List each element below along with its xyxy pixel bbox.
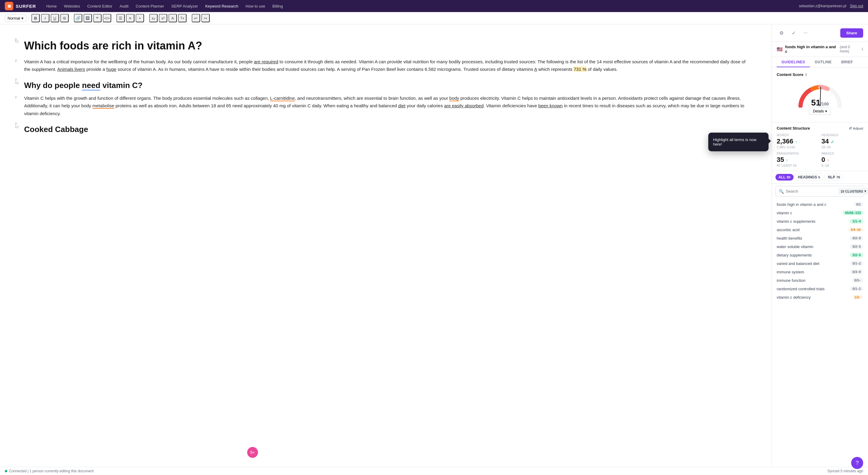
- keyword-info-icon[interactable]: ℹ: [862, 47, 863, 51]
- keyword-badge: 0/1–2: [850, 261, 863, 266]
- superscript-button[interactable]: x²: [159, 14, 167, 22]
- check-icon-button[interactable]: ✓: [789, 28, 798, 38]
- list-item[interactable]: water soluble vitamin0/2–5: [775, 242, 864, 251]
- struct-paragraphs: PARAGRAPHS 35 ↑ AT LEAST 50: [777, 152, 818, 167]
- main-content: p h1 Which foods are rich in vitamin A? …: [0, 24, 868, 467]
- undo-button[interactable]: ↩: [192, 14, 200, 22]
- more-options-button[interactable]: ···: [801, 28, 810, 38]
- headings-check-icon: ✓: [831, 139, 834, 145]
- help-button[interactable]: ?: [851, 457, 863, 469]
- struct-headings-value: 34 ✓: [822, 137, 864, 145]
- paragraph-block-1: p Vitamin A has a critical importance fo…: [24, 58, 747, 73]
- clear-format-button[interactable]: Tx: [178, 14, 187, 22]
- keyword-badge: 0/1: [854, 202, 863, 207]
- list-item[interactable]: vitamin c65/56–133: [775, 209, 864, 217]
- nav-link-keyword-research[interactable]: Keyword Research: [202, 2, 241, 10]
- unordered-list-button[interactable]: •: [135, 14, 144, 22]
- list-item[interactable]: vitamin c supplements1/1–4: [775, 217, 864, 225]
- link-need: need: [82, 81, 100, 90]
- strikethrough-button[interactable]: S: [60, 14, 69, 22]
- list-item[interactable]: health benefits0/2–9: [775, 234, 864, 242]
- h2-heading-2[interactable]: Cooked Cabbage: [24, 124, 747, 135]
- nav-link-billing[interactable]: Billing: [270, 2, 286, 10]
- underline-button[interactable]: U: [51, 14, 59, 22]
- list-item[interactable]: ascorbic acid3/4–10: [775, 225, 864, 234]
- paragraph-2[interactable]: Vitamin C helps with the growth and func…: [24, 94, 747, 118]
- gauge-wrap: 51/100: [796, 81, 844, 107]
- tab-all-button[interactable]: ALL 80: [775, 174, 794, 181]
- adjust-button[interactable]: ⇄ Adjust: [849, 126, 863, 130]
- signout-link[interactable]: Sign out: [850, 4, 863, 8]
- format-a-button[interactable]: A: [168, 14, 177, 22]
- tab-brief[interactable]: BRIEF: [837, 57, 858, 67]
- redo-button[interactable]: ↪: [201, 14, 210, 22]
- subscript-button[interactable]: x₂: [149, 14, 158, 22]
- italic-button[interactable]: I: [41, 14, 50, 22]
- nav-link-content-editor[interactable]: Content Editor: [84, 2, 116, 10]
- nav-link-serp-analyzer[interactable]: SERP Analyzer: [168, 2, 201, 10]
- nav-link-home[interactable]: Home: [43, 2, 60, 10]
- keyword-name-text: health benefits: [777, 236, 850, 241]
- list-item[interactable]: varied and balanced diet0/1–2: [775, 259, 864, 267]
- tab-nlp-label: NLP: [828, 175, 835, 179]
- nav-link-audit[interactable]: Audit: [117, 2, 132, 10]
- keyword-name-text: dietary supplements: [777, 253, 850, 257]
- keyword-badge: 0/2–9: [850, 236, 863, 241]
- block-label-p4: p: [15, 122, 17, 125]
- image-button[interactable]: 🖼: [84, 14, 92, 22]
- tab-headings-label: HEADINGS: [798, 175, 817, 179]
- list-item[interactable]: vitamin c deficiency1/2–: [775, 293, 864, 302]
- editor-avatar-bubble[interactable]: 9+: [247, 447, 258, 458]
- paragraph-1[interactable]: Vitamin A has a critical importance for …: [24, 58, 747, 73]
- images-arrow-icon: ↑: [827, 158, 829, 163]
- keyword-more-text: (and 0 more): [840, 45, 859, 53]
- logo-icon: ▣: [5, 2, 13, 10]
- list-item[interactable]: foods high in vitamin a and c0/1: [775, 200, 864, 209]
- content-score-section: Content Score ℹ: [772, 67, 868, 122]
- flag-icon: 🇺🇸: [777, 46, 783, 52]
- gauge-score: 51/100: [811, 98, 829, 107]
- nav-link-content-planner[interactable]: Content Planner: [133, 2, 167, 10]
- nav-link-websites[interactable]: Websites: [61, 2, 83, 10]
- link-lcarnitidine: L-carnitidine: [270, 96, 295, 101]
- tab-headings-button[interactable]: HEADINGS 5: [795, 173, 824, 181]
- clusters-button[interactable]: 10 CLUSTERS ▾: [838, 188, 868, 194]
- h2-heading-1[interactable]: Why do people need vitamin C?: [24, 81, 747, 91]
- h1-heading[interactable]: Which foods are rich in vitamin A?: [24, 39, 747, 53]
- list-item[interactable]: immune function0/3–: [775, 276, 864, 285]
- nav-links: HomeWebsitesContent EditorAuditContent P…: [43, 2, 799, 10]
- block-label-p1: p: [15, 59, 17, 62]
- chevron-down-icon: ▾: [22, 16, 24, 21]
- format-select[interactable]: Normal ▾: [5, 14, 26, 22]
- nav-link-how-to-use[interactable]: How to use: [243, 2, 268, 10]
- bold-button[interactable]: B: [31, 14, 40, 22]
- list-item[interactable]: randomized controlled trials0/1–2: [775, 285, 864, 293]
- content-score-info-icon[interactable]: ℹ: [805, 73, 807, 77]
- list-item[interactable]: dietary supplements2/2–5: [775, 251, 864, 259]
- keyword-search-bar[interactable]: 🔍 10 CLUSTERS ▾: [775, 186, 864, 196]
- link-button[interactable]: 🔗: [74, 14, 82, 22]
- details-button[interactable]: Details ▾: [809, 107, 831, 115]
- blockquote-button[interactable]: ❝: [93, 14, 101, 22]
- keyword-name-text: water soluble vitamin: [777, 245, 850, 249]
- align-button[interactable]: ☰: [116, 14, 125, 22]
- list-item[interactable]: immune system0/3–9: [775, 267, 864, 276]
- highlight-popup: Highlight all terms is now here!: [708, 133, 769, 151]
- paragraph-block-2: p Vitamin C helps with the growth and fu…: [24, 94, 747, 118]
- tab-outline[interactable]: OUTLINE: [810, 57, 836, 67]
- struct-images-label: IMAGES: [822, 152, 864, 155]
- search-input[interactable]: [786, 189, 836, 193]
- keyword-main-text: foods high in vitamin a and c: [785, 44, 836, 54]
- keyword-badge: 0/1–2: [850, 286, 863, 291]
- share-button[interactable]: Share: [840, 28, 863, 38]
- content-score-label: Content Score: [777, 72, 804, 77]
- editor-area[interactable]: p h1 Which foods are rich in vitamin A? …: [0, 24, 772, 467]
- code-button[interactable]: </>: [103, 14, 111, 22]
- tab-guidelines[interactable]: GUIDELINES: [777, 57, 810, 67]
- logo[interactable]: ▣ SURFER: [5, 2, 36, 10]
- tab-nlp-button[interactable]: NLP 76: [825, 173, 843, 181]
- struct-images: IMAGES 0 ↑ 5–18: [822, 152, 864, 167]
- ordered-list-button[interactable]: ≡: [126, 14, 134, 22]
- settings-icon-button[interactable]: ⚙: [777, 28, 786, 38]
- avatar-count: 9+: [250, 450, 255, 455]
